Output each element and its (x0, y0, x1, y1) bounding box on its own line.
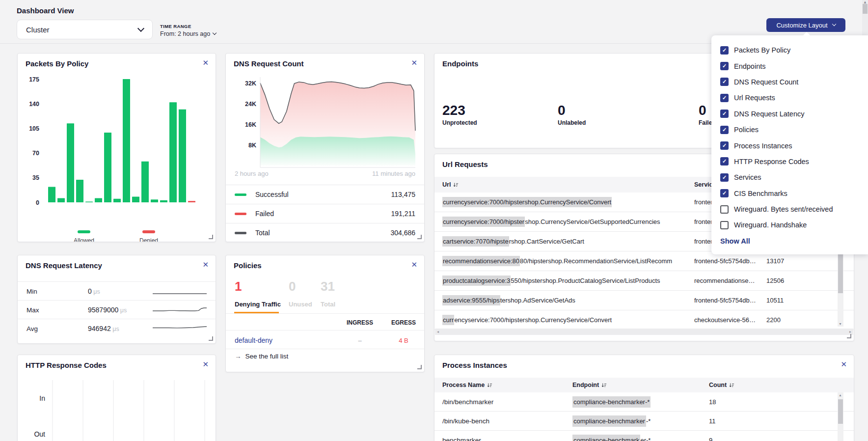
resize-handle[interactable] (417, 365, 422, 369)
failed-swatch (235, 213, 246, 215)
close-icon[interactable]: ✕ (202, 260, 209, 269)
highlighted-text: compliance-benchmark (572, 435, 640, 441)
packets-bar-chart: 17514010570350 (18, 68, 216, 216)
checkbox-checked-icon[interactable]: ✓ (720, 157, 729, 165)
column-header-count[interactable]: Count (709, 382, 734, 388)
close-icon[interactable]: ✕ (202, 58, 209, 67)
column-header-endpoint[interactable]: Endpoint (572, 382, 607, 388)
menu-item-dns-request-count[interactable]: ✓DNS Request Count (711, 74, 868, 90)
stat-unlabeled: 0 Unlabeled (558, 103, 586, 126)
count-cell: 11 (709, 412, 748, 430)
checkbox-checked-icon[interactable]: ✓ (720, 78, 729, 86)
close-icon[interactable]: ✕ (841, 360, 847, 369)
checkbox-checked-icon[interactable]: ✓ (720, 62, 729, 70)
checkbox-checked-icon[interactable]: ✓ (720, 189, 729, 197)
time-range-label: TIME RANGE (160, 24, 216, 29)
checkbox-unchecked-icon[interactable] (720, 205, 729, 214)
customize-layout-button[interactable]: Customize Layout (766, 18, 845, 32)
column-header-process-name[interactable]: Process Name (442, 382, 492, 388)
process-name-cell: /bin/benchmarker (442, 392, 565, 411)
close-icon[interactable]: ✕ (411, 58, 417, 67)
see-full-list-link[interactable]: →See the full list (235, 353, 288, 360)
legend-value: 113,475 (391, 191, 415, 198)
card-title: Endpoints (442, 59, 478, 68)
checkbox-unchecked-icon[interactable] (720, 221, 729, 229)
svg-text:175: 175 (29, 76, 39, 83)
checkbox-checked-icon[interactable]: ✓ (720, 46, 729, 55)
menu-item-wireguard-bytes-sent-received[interactable]: Wireguard. Bytes sent/received (711, 201, 868, 217)
card-title: DNS Request Latency (26, 261, 102, 270)
latency-unit: μs (111, 326, 119, 332)
resize-handle[interactable] (417, 235, 422, 239)
page-scrollbar-thumb[interactable] (863, 4, 868, 14)
checkbox-checked-icon[interactable]: ✓ (720, 141, 729, 150)
tab-denying-traffic[interactable]: Denying Traffic (235, 301, 281, 308)
process-row[interactable]: /bin/kube-benchcompliance-benchmarker-*1… (434, 412, 854, 431)
checkbox-checked-icon[interactable]: ✓ (720, 110, 729, 118)
close-icon[interactable]: ✕ (202, 360, 209, 369)
menu-item-dns-request-latency[interactable]: ✓DNS Request Latency (711, 106, 868, 122)
menu-item-endpoints[interactable]: ✓Endpoints (711, 58, 868, 74)
checkbox-checked-icon[interactable]: ✓ (720, 173, 729, 182)
url-request-row[interactable]: currencyservice:7000/hipstershop.Currenc… (434, 310, 854, 330)
url-request-row[interactable]: recommendationservice:8080/hipstershop.R… (434, 251, 854, 271)
service-cell: checkoutservice-56… (694, 310, 759, 330)
tab-total[interactable]: Total (321, 301, 335, 308)
menu-item-cis-benchmarks[interactable]: ✓CIS Benchmarks (711, 186, 868, 201)
process-vertical-scrollbar[interactable]: ▲ (838, 392, 843, 441)
chevron-down-icon (213, 31, 217, 35)
allowed-swatch (78, 230, 90, 233)
http-heatmap-grid (18, 377, 216, 441)
url-horizontal-scrollbar[interactable]: ◂ ▸ (435, 329, 853, 335)
latency-sparkline (153, 287, 207, 295)
resize-handle[interactable] (209, 235, 213, 239)
close-icon[interactable]: ✕ (411, 260, 417, 269)
process-row[interactable]: benchmarkercompliance-benchmarker-*9 (434, 431, 854, 441)
menu-item-policies[interactable]: ✓Policies (711, 122, 868, 138)
latency-row-avg: Avg946942 μs (18, 319, 216, 338)
svg-text:32K: 32K (245, 80, 256, 87)
page-scrollbar[interactable]: ▲ (862, 0, 868, 35)
resize-handle[interactable] (209, 336, 213, 341)
url-request-row[interactable]: adservice:9555/hipstershop.AdService/Get… (434, 291, 854, 310)
tab-unused[interactable]: Unused (289, 301, 312, 308)
scroll-left-icon[interactable]: ◂ (437, 330, 439, 334)
column-label: Count (709, 382, 727, 388)
menu-item-wireguard-handshake[interactable]: Wireguard. Handshake (711, 217, 868, 233)
checkbox-checked-icon[interactable]: ✓ (720, 94, 729, 102)
menu-item-url-requests[interactable]: ✓Url Requests (711, 90, 868, 106)
highlighted-text: compliance-benchmarker-* (572, 396, 651, 408)
row-label-in: In (18, 394, 45, 402)
card-title: Url Requests (442, 160, 488, 168)
column-header-url[interactable]: Url (442, 181, 459, 188)
scroll-right-icon[interactable]: ▸ (849, 330, 851, 334)
show-all-link[interactable]: Show All (711, 233, 868, 249)
highlighted-text: adservice:9555/hips (442, 295, 500, 305)
menu-item-packets-by-policy[interactable]: ✓Packets By Policy (711, 42, 868, 58)
latency-sparkline (153, 306, 207, 314)
card-dns-request-latency: DNS Request Latency ✕ Min0 μsMax95879000… (17, 255, 216, 344)
scroll-down-icon[interactable]: ▼ (839, 322, 842, 326)
menu-item-process-instances[interactable]: ✓Process Instances (711, 138, 868, 153)
legend-item-allowed: Allowed (62, 226, 106, 242)
scroll-up-icon[interactable]: ▲ (839, 393, 842, 397)
menu-item-label: HTTP Response Codes (734, 158, 809, 165)
process-row[interactable]: /bin/benchmarkercompliance-benchmarker-*… (434, 392, 854, 412)
count-cell: 18 (709, 392, 748, 411)
packets-legend: Allowed Denied (18, 226, 216, 242)
dns-legend: Successful113,475Failed191,211Total304,6… (226, 185, 424, 242)
policy-link-default-deny[interactable]: default-deny (235, 336, 272, 344)
view-select[interactable]: Cluster (17, 20, 153, 39)
menu-item-services[interactable]: ✓Services (711, 169, 868, 185)
menu-item-label: DNS Request Count (734, 78, 798, 86)
endpoint-cell: compliance-benchmarker-* (572, 431, 700, 441)
time-range-value[interactable]: From: 2 hours ago (160, 30, 216, 37)
service-cell: frontend-5fc5754db… (694, 291, 759, 310)
count-cell: 10511 (766, 291, 806, 310)
url-request-row[interactable]: productcatalogservice:3550/hipstershop.P… (434, 271, 854, 291)
page-title: Dashboard View (17, 6, 74, 15)
dns-legend-row-failed: Failed191,211 (226, 204, 424, 223)
menu-item-http-response-codes[interactable]: ✓HTTP Response Codes (711, 154, 868, 169)
checkbox-checked-icon[interactable]: ✓ (720, 126, 729, 134)
resize-handle[interactable] (847, 334, 851, 338)
